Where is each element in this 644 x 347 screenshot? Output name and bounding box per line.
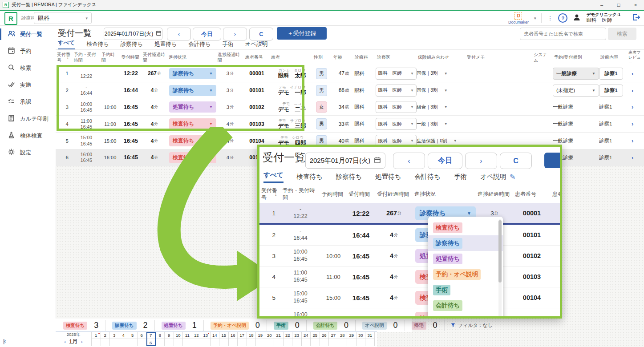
overlay-register-button-partial[interactable] <box>544 153 560 168</box>
calendar-day[interactable]: 25 <box>311 332 320 346</box>
table-row[interactable]: 4 11:0016:45 11:00 16:45 4分 検査待ち ▼ 4分 00 <box>259 266 560 287</box>
status-count[interactable]: 手術 0 <box>267 320 307 331</box>
column-header[interactable]: 受付経過時間 <box>142 50 167 65</box>
insurance-dropdown[interactable]: 生活保護｜0割▼ <box>417 138 457 144</box>
table-row[interactable]: 1 -12:22 12:22 267分 診察待ち ▼ 3分 00001 <box>259 203 560 225</box>
column-header[interactable]: 受付時間 <box>347 186 375 203</box>
calendar-day[interactable]: 2 <box>101 332 110 346</box>
status-tab[interactable]: 処置待ち <box>154 40 177 50</box>
status-option[interactable]: 会計待ち <box>428 298 503 313</box>
calendar-day[interactable]: 22 <box>284 332 293 346</box>
overlay-today-button[interactable]: 今日 <box>428 153 462 169</box>
column-header[interactable]: 性別 <box>312 50 332 65</box>
status-tab[interactable]: 診察待ち <box>121 40 143 50</box>
chevron-down-icon[interactable]: ▾ <box>534 16 536 20</box>
overlay-date-picker[interactable]: 2025年01月07日(火) <box>305 153 385 169</box>
calendar-day[interactable]: 27 <box>329 332 338 346</box>
overlay-next-day-button[interactable]: › <box>465 153 497 169</box>
sidebar-item-implementation[interactable]: 実施 <box>0 77 56 93</box>
status-dropdown[interactable]: 検査待ち ▼ <box>169 118 216 129</box>
calendar-day[interactable]: 31 <box>365 332 375 346</box>
calendar-day[interactable]: 5 <box>128 332 138 346</box>
column-header[interactable]: 予約時間 <box>100 50 120 65</box>
column-header[interactable]: 予約時間 <box>320 186 347 203</box>
status-count[interactable]: 予約・オペ説明 0 <box>204 320 267 331</box>
calendar-day[interactable]: 28 <box>338 332 348 346</box>
status-option[interactable]: 検査待ち <box>428 220 503 235</box>
column-header[interactable]: 予約・受付時間 <box>281 186 320 203</box>
status-count[interactable]: 処置待ち 1 <box>155 320 204 331</box>
calendar-day[interactable]: 29 <box>347 332 356 346</box>
documaker-button[interactable]: D Documaker <box>508 12 529 24</box>
column-header[interactable]: 進捗状況 <box>413 186 476 203</box>
column-header[interactable]: 診療科 <box>353 50 376 65</box>
calendar-day[interactable]: 23 <box>292 332 302 346</box>
insurance-dropdown[interactable]: 国保｜3割▼ <box>417 87 448 93</box>
logout-icon[interactable] <box>632 13 640 24</box>
column-header[interactable]: 患者番号 <box>244 50 270 65</box>
calendar-day[interactable]: 10 <box>174 332 183 346</box>
status-count[interactable]: 会計待ち 0 <box>307 320 356 331</box>
prev-day-button[interactable]: ‹ <box>167 28 191 40</box>
column-header[interactable]: 進捗経過時間 <box>216 50 244 65</box>
sidebar-item-specimen-test[interactable]: 検体検査 <box>0 127 56 144</box>
calendar-day[interactable]: 16 <box>229 332 238 346</box>
calendar-day[interactable]: 26 <box>320 332 329 346</box>
status-tab[interactable]: すべて <box>263 171 284 183</box>
calendar-day[interactable]: 13 <box>201 332 211 346</box>
status-tab[interactable]: 検査待ち <box>297 173 323 183</box>
patient-preview-chevron-icon[interactable]: › <box>632 87 633 94</box>
table-row[interactable]: 6 16:0016:45 16:00 16:45 4分 検査待ち ▼ 4分 00 <box>259 308 560 316</box>
department-select[interactable]: 眼科 ▾ <box>34 12 92 24</box>
status-option[interactable]: 処置待ち <box>428 251 503 266</box>
prev-month-icon[interactable]: ‹ <box>64 339 66 344</box>
doctor-dropdown[interactable]: 眼科 医師▼ <box>376 118 417 130</box>
reception-type-dropdown[interactable]: 一般診療▼ <box>553 68 599 80</box>
sidebar-item-karte-print[interactable]: カルテ印刷 <box>0 110 56 127</box>
sort-icon[interactable]: ↓ <box>67 55 69 60</box>
status-dropdown[interactable]: 診察待ち ▼ <box>169 85 216 96</box>
sidebar-collapse-icon[interactable]: |‹ <box>3 338 5 344</box>
column-header[interactable]: 受付番号 <box>259 186 281 203</box>
search-input[interactable] <box>520 28 613 40</box>
column-header[interactable]: 受付経過時間 <box>375 186 413 203</box>
status-tab[interactable]: 手術 <box>454 173 467 183</box>
insurance-dropdown[interactable]: 組合｜3割▼ <box>417 104 448 110</box>
column-header[interactable]: 受付メモ <box>466 50 532 65</box>
register-reception-button[interactable]: ＋受付登録 <box>277 27 327 40</box>
patient-preview-chevron-icon[interactable]: › <box>632 137 633 144</box>
calendar-day[interactable]: 1 <box>92 332 101 346</box>
table-row[interactable]: 5 15:0016:45 15:00 16:45 4分 検査待ち ▼ 4分 00 <box>259 287 560 308</box>
overlay-refresh-button[interactable]: C <box>500 153 532 169</box>
status-option[interactable]: 診察待ち <box>428 235 503 251</box>
calendar-day[interactable]: 11 <box>183 332 192 346</box>
calendar-day[interactable]: 7 6 <box>146 332 156 346</box>
help-icon[interactable]: ? <box>558 13 567 23</box>
patient-preview-chevron-icon[interactable]: › <box>632 70 633 77</box>
calendar-day[interactable]: 24 <box>302 332 311 346</box>
edit-tabs-icon[interactable]: ✎ <box>510 173 515 181</box>
reception-type-dropdown[interactable]: 一般診療▼ <box>553 121 573 127</box>
status-tab[interactable]: 検査待ち <box>86 40 109 50</box>
sidebar-item-reservation[interactable]: 予約 <box>0 43 56 60</box>
user-icon[interactable] <box>573 13 581 23</box>
table-row[interactable]: 2 -16:44 16:44 4分 診察待ち ▼ 3分 00101 デモ イチロ… <box>56 82 644 99</box>
sidebar-item-search[interactable]: 検索 <box>0 60 56 77</box>
status-option[interactable]: 手術 <box>428 282 503 298</box>
status-dropdown[interactable]: 処置待ち ▼ <box>169 101 216 113</box>
insurance-dropdown[interactable]: 一般｜3割▼ <box>417 121 448 127</box>
calendar-day[interactable]: 15 <box>219 332 229 346</box>
patient-preview-chevron-icon[interactable]: › <box>632 154 633 161</box>
patient-preview-chevron-icon[interactable]: › <box>632 104 633 110</box>
calendar-day[interactable]: 3 <box>110 332 119 346</box>
column-header[interactable]: 予約/受付種別 <box>553 50 599 65</box>
calendar-day[interactable]: 8 <box>156 332 165 346</box>
status-count[interactable]: オペ説明 0 <box>356 320 405 331</box>
refresh-button[interactable]: C <box>249 28 273 40</box>
sidebar-item-reception-list[interactable]: 受付一覧 <box>0 26 56 43</box>
calendar-day[interactable]: 9 <box>165 332 174 346</box>
status-tab[interactable]: 会計待ち <box>415 173 441 183</box>
column-header[interactable]: 患者番号 <box>513 186 551 203</box>
status-dropdown[interactable]: 検査待ち ▼ <box>169 135 216 146</box>
maximize-button[interactable]: □ <box>610 0 627 9</box>
